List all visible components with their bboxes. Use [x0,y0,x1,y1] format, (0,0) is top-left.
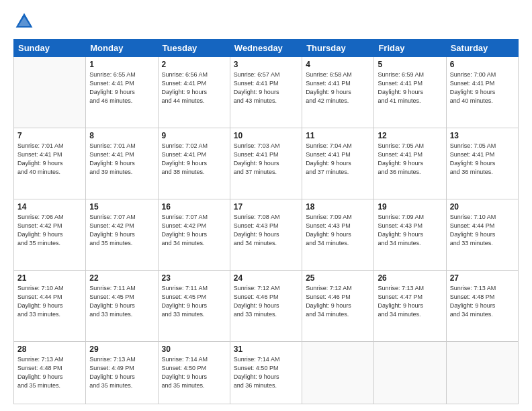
day-number: 29 [89,345,154,354]
calendar-cell: 9Sunrise: 7:02 AM Sunset: 4:41 PM Daylig… [158,128,230,199]
cell-info: Sunrise: 7:07 AM Sunset: 4:42 PM Dayligh… [162,213,226,248]
calendar-cell: 21Sunrise: 7:10 AM Sunset: 4:44 PM Dayli… [14,271,86,342]
day-header-tuesday: Tuesday [158,40,230,57]
page: SundayMondayTuesdayWednesdayThursdayFrid… [0,0,532,411]
cell-info: Sunrise: 7:11 AM Sunset: 4:45 PM Dayligh… [89,284,154,319]
cell-info: Sunrise: 6:58 AM Sunset: 4:41 PM Dayligh… [306,71,370,105]
cell-info: Sunrise: 6:59 AM Sunset: 4:41 PM Dayligh… [378,71,442,105]
calendar-cell: 17Sunrise: 7:08 AM Sunset: 4:43 PM Dayli… [230,199,302,271]
calendar-cell: 22Sunrise: 7:11 AM Sunset: 4:45 PM Dayli… [86,271,158,342]
cell-info: Sunrise: 7:09 AM Sunset: 4:43 PM Dayligh… [306,213,370,248]
cell-info: Sunrise: 7:11 AM Sunset: 4:45 PM Dayligh… [162,284,226,319]
calendar-table: SundayMondayTuesdayWednesdayThursdayFrid… [13,39,519,404]
logo [13,11,38,32]
cell-info: Sunrise: 7:01 AM Sunset: 4:41 PM Dayligh… [17,142,82,177]
calendar-week-3: 14Sunrise: 7:06 AM Sunset: 4:42 PM Dayli… [14,199,519,271]
cell-info: Sunrise: 6:55 AM Sunset: 4:41 PM Dayligh… [89,71,154,105]
cell-info: Sunrise: 7:02 AM Sunset: 4:41 PM Dayligh… [162,142,226,177]
cell-info: Sunrise: 7:05 AM Sunset: 4:41 PM Dayligh… [450,142,515,177]
calendar-cell: 15Sunrise: 7:07 AM Sunset: 4:42 PM Dayli… [86,199,158,271]
day-number: 18 [306,202,370,212]
day-number: 19 [378,202,442,212]
calendar-week-2: 7Sunrise: 7:01 AM Sunset: 4:41 PM Daylig… [14,128,519,199]
calendar-cell: 5Sunrise: 6:59 AM Sunset: 4:41 PM Daylig… [374,57,446,128]
calendar-week-5: 28Sunrise: 7:13 AM Sunset: 4:48 PM Dayli… [14,342,519,404]
cell-info: Sunrise: 7:07 AM Sunset: 4:42 PM Dayligh… [89,213,154,248]
day-number: 25 [306,273,370,283]
calendar-cell: 24Sunrise: 7:12 AM Sunset: 4:46 PM Dayli… [230,271,302,342]
day-number: 8 [89,131,154,140]
calendar-cell: 29Sunrise: 7:13 AM Sunset: 4:49 PM Dayli… [86,342,158,404]
calendar-cell: 1Sunrise: 6:55 AM Sunset: 4:41 PM Daylig… [86,57,158,128]
day-number: 11 [306,131,370,140]
calendar-week-1: 1Sunrise: 6:55 AM Sunset: 4:41 PM Daylig… [14,57,519,128]
day-number: 5 [378,60,442,69]
cell-info: Sunrise: 7:13 AM Sunset: 4:48 PM Dayligh… [450,284,515,319]
calendar-cell: 30Sunrise: 7:14 AM Sunset: 4:50 PM Dayli… [158,342,230,404]
day-number: 4 [306,60,370,69]
day-number: 15 [89,202,154,212]
day-number: 3 [234,60,298,69]
day-number: 10 [234,131,298,140]
calendar-header-row: SundayMondayTuesdayWednesdayThursdayFrid… [14,40,519,57]
calendar-cell: 16Sunrise: 7:07 AM Sunset: 4:42 PM Dayli… [158,199,230,271]
day-number: 14 [17,202,82,212]
day-number: 1 [89,60,154,69]
day-number: 26 [378,273,442,283]
cell-info: Sunrise: 7:03 AM Sunset: 4:41 PM Dayligh… [234,142,298,177]
day-number: 30 [162,345,226,354]
calendar-cell: 12Sunrise: 7:05 AM Sunset: 4:41 PM Dayli… [374,128,446,199]
day-header-sunday: Sunday [14,40,86,57]
calendar-cell: 8Sunrise: 7:01 AM Sunset: 4:41 PM Daylig… [86,128,158,199]
calendar-cell: 23Sunrise: 7:11 AM Sunset: 4:45 PM Dayli… [158,271,230,342]
calendar-cell: 13Sunrise: 7:05 AM Sunset: 4:41 PM Dayli… [446,128,518,199]
calendar-cell: 4Sunrise: 6:58 AM Sunset: 4:41 PM Daylig… [302,57,374,128]
day-number: 16 [162,202,226,212]
day-header-thursday: Thursday [302,40,374,57]
cell-info: Sunrise: 7:04 AM Sunset: 4:41 PM Dayligh… [306,142,370,177]
calendar-cell: 2Sunrise: 6:56 AM Sunset: 4:41 PM Daylig… [158,57,230,128]
cell-info: Sunrise: 6:57 AM Sunset: 4:41 PM Dayligh… [234,71,298,105]
day-number: 7 [17,131,82,140]
day-number: 21 [17,273,82,283]
cell-info: Sunrise: 7:13 AM Sunset: 4:48 PM Dayligh… [17,355,82,390]
cell-info: Sunrise: 7:01 AM Sunset: 4:41 PM Dayligh… [89,142,154,177]
day-number: 17 [234,202,298,212]
cell-info: Sunrise: 7:06 AM Sunset: 4:42 PM Dayligh… [17,213,82,248]
calendar-cell: 18Sunrise: 7:09 AM Sunset: 4:43 PM Dayli… [302,199,374,271]
day-number: 31 [234,345,298,354]
day-number: 13 [450,131,515,140]
calendar-cell: 25Sunrise: 7:12 AM Sunset: 4:46 PM Dayli… [302,271,374,342]
calendar-cell: 27Sunrise: 7:13 AM Sunset: 4:48 PM Dayli… [446,271,518,342]
day-number: 28 [17,345,82,354]
day-header-wednesday: Wednesday [230,40,302,57]
calendar-cell [14,57,86,128]
day-number: 12 [378,131,442,140]
calendar-cell [446,342,518,404]
calendar-cell: 31Sunrise: 7:14 AM Sunset: 4:50 PM Dayli… [230,342,302,404]
calendar-cell: 26Sunrise: 7:13 AM Sunset: 4:47 PM Dayli… [374,271,446,342]
day-number: 27 [450,273,515,283]
cell-info: Sunrise: 7:14 AM Sunset: 4:50 PM Dayligh… [162,355,226,390]
calendar-cell: 19Sunrise: 7:09 AM Sunset: 4:43 PM Dayli… [374,199,446,271]
day-header-saturday: Saturday [446,40,518,57]
calendar-cell: 14Sunrise: 7:06 AM Sunset: 4:42 PM Dayli… [14,199,86,271]
calendar-cell: 11Sunrise: 7:04 AM Sunset: 4:41 PM Dayli… [302,128,374,199]
calendar-cell: 20Sunrise: 7:10 AM Sunset: 4:44 PM Dayli… [446,199,518,271]
header [13,11,519,32]
day-header-friday: Friday [374,40,446,57]
cell-info: Sunrise: 7:12 AM Sunset: 4:46 PM Dayligh… [306,284,370,319]
cell-info: Sunrise: 7:10 AM Sunset: 4:44 PM Dayligh… [450,213,515,248]
cell-info: Sunrise: 7:05 AM Sunset: 4:41 PM Dayligh… [378,142,442,177]
cell-info: Sunrise: 6:56 AM Sunset: 4:41 PM Dayligh… [162,71,226,105]
cell-info: Sunrise: 7:14 AM Sunset: 4:50 PM Dayligh… [234,355,298,390]
day-number: 22 [89,273,154,283]
logo-icon [13,11,35,32]
calendar-cell: 6Sunrise: 7:00 AM Sunset: 4:41 PM Daylig… [446,57,518,128]
calendar-cell: 28Sunrise: 7:13 AM Sunset: 4:48 PM Dayli… [14,342,86,404]
calendar-cell: 3Sunrise: 6:57 AM Sunset: 4:41 PM Daylig… [230,57,302,128]
day-number: 24 [234,273,298,283]
day-number: 6 [450,60,515,69]
day-number: 23 [162,273,226,283]
calendar-cell: 7Sunrise: 7:01 AM Sunset: 4:41 PM Daylig… [14,128,86,199]
